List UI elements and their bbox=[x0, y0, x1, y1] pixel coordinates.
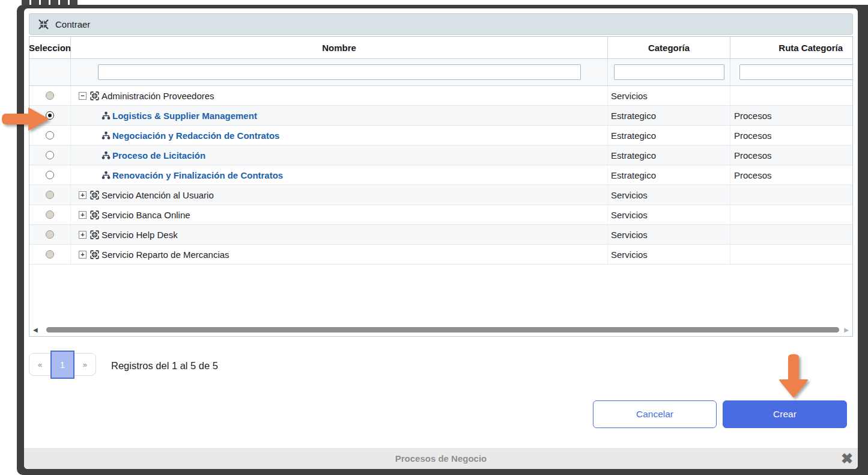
table-row[interactable]: + bbox=[29, 205, 852, 225]
row-categoria: Servicios bbox=[608, 86, 730, 105]
process-icon bbox=[90, 250, 100, 260]
row-name: Logistics & Supplier Management bbox=[112, 111, 257, 121]
tree-toggle-icon[interactable]: − bbox=[79, 92, 86, 100]
column-header-nombre: Nombre bbox=[71, 37, 608, 58]
process-icon bbox=[90, 210, 100, 220]
collapse-all-bar[interactable]: Contraer bbox=[29, 13, 853, 35]
row-name: Servicio Banca Online bbox=[102, 210, 190, 220]
process-icon bbox=[90, 190, 100, 200]
scroll-left-icon[interactable]: ◀ bbox=[33, 326, 38, 333]
row-radio[interactable] bbox=[46, 210, 54, 219]
row-select-cell bbox=[29, 225, 71, 244]
categoria-filter-input[interactable] bbox=[614, 64, 724, 80]
table-row[interactable]: + bbox=[29, 245, 852, 265]
sitemap-icon bbox=[102, 111, 111, 120]
sitemap-icon bbox=[102, 171, 111, 180]
row-name-cell: − bbox=[71, 86, 608, 105]
sitemap-icon bbox=[102, 131, 111, 140]
table-row[interactable]: + bbox=[29, 225, 852, 245]
filter-cell-nombre bbox=[71, 59, 608, 85]
annotation-arrow-create-button bbox=[774, 354, 816, 402]
process-icon bbox=[90, 91, 100, 101]
table-row[interactable]: − bbox=[29, 86, 852, 106]
table-row[interactable]: + bbox=[29, 185, 852, 205]
filter-cell-seleccion bbox=[29, 59, 71, 85]
collapse-all-label: Contraer bbox=[55, 19, 90, 29]
create-button[interactable]: Crear bbox=[723, 400, 847, 428]
table-row[interactable]: Logistics & Supplier Management Estrateg… bbox=[29, 106, 852, 126]
current-page-button[interactable]: 1 bbox=[50, 351, 74, 379]
row-name: Negociación y Redacción de Contratos bbox=[112, 130, 279, 141]
close-icon[interactable]: ✖ bbox=[841, 448, 853, 469]
column-header-ruta-categoria: Ruta Categoría bbox=[730, 37, 852, 58]
row-select-cell bbox=[29, 146, 71, 165]
row-select-cell bbox=[29, 245, 71, 264]
table-row[interactable]: Negociación y Redacción de Contratos Est… bbox=[29, 126, 852, 146]
sitemap-icon bbox=[102, 151, 111, 160]
row-select-cell bbox=[29, 165, 71, 185]
tree-toggle-icon[interactable]: + bbox=[79, 251, 86, 259]
row-ruta-categoria bbox=[730, 86, 852, 105]
row-categoria: Servicios bbox=[608, 245, 730, 264]
row-radio[interactable] bbox=[46, 230, 54, 239]
row-name-cell: Negociación y Redacción de Contratos bbox=[71, 126, 608, 145]
row-categoria: Servicios bbox=[608, 185, 730, 204]
row-select-cell bbox=[29, 205, 71, 224]
column-header-categoria: Categoría bbox=[608, 37, 730, 58]
tree-toggle-icon[interactable]: + bbox=[79, 191, 86, 199]
column-header-seleccion: Seleccion bbox=[29, 37, 71, 58]
table-header-row: Seleccion Nombre Categoría Ruta Categorí… bbox=[29, 37, 852, 59]
modal-frame: Contraer Seleccion Nombre Categoría Ruta… bbox=[17, 5, 868, 475]
row-categoria: Estrategico bbox=[608, 165, 730, 185]
annotation-arrow-selected-radio bbox=[0, 101, 54, 137]
row-name-cell: Proceso de Licitación bbox=[71, 146, 608, 165]
row-ruta-categoria bbox=[730, 245, 852, 264]
row-categoria: Servicios bbox=[608, 205, 730, 224]
screenshot-canvas: Contraer Seleccion Nombre Categoría Ruta… bbox=[0, 0, 868, 475]
scrollbar-thumb[interactable] bbox=[46, 327, 839, 332]
table-row[interactable]: Renovación y Finalización de Contratos E… bbox=[29, 165, 852, 185]
row-name: Servicio Help Desk bbox=[102, 230, 178, 240]
row-name: Servicio Atención al Usuario bbox=[102, 190, 214, 200]
row-ruta-categoria: Procesos bbox=[730, 165, 852, 185]
filter-cell-categoria bbox=[608, 59, 730, 85]
row-ruta-categoria: Procesos bbox=[730, 106, 852, 125]
row-radio[interactable] bbox=[46, 171, 54, 179]
table-row[interactable]: Proceso de Licitación Estrategico Proces… bbox=[29, 146, 852, 165]
dialog-footer: Procesos de Negocio ✖ bbox=[24, 448, 858, 469]
row-ruta-categoria bbox=[730, 225, 852, 244]
row-categoria: Estrategico bbox=[608, 126, 730, 145]
row-name-cell: Renovación y Finalización de Contratos bbox=[71, 165, 608, 185]
row-radio[interactable] bbox=[46, 91, 54, 100]
tree-toggle-icon[interactable]: + bbox=[79, 231, 86, 239]
row-name: Administración Proveedores bbox=[102, 91, 214, 101]
row-categoria: Estrategico bbox=[608, 146, 730, 165]
row-name: Servicio Reparto de Mercancias bbox=[102, 250, 229, 260]
dialog-title: Procesos de Negocio bbox=[395, 453, 487, 464]
nombre-filter-input[interactable] bbox=[98, 64, 581, 80]
row-ruta-categoria: Procesos bbox=[730, 126, 852, 145]
process-tree-table: Seleccion Nombre Categoría Ruta Categorí… bbox=[29, 36, 853, 337]
row-name-cell: + bbox=[71, 225, 608, 244]
row-categoria: Servicios bbox=[608, 225, 730, 244]
row-name-cell: Logistics & Supplier Management bbox=[71, 106, 608, 125]
scroll-right-icon[interactable]: ▶ bbox=[844, 326, 849, 333]
row-radio[interactable] bbox=[46, 151, 54, 159]
horizontal-scrollbar[interactable]: ◀ ▶ bbox=[31, 326, 851, 333]
row-ruta-categoria bbox=[730, 185, 852, 204]
cancel-button[interactable]: Cancelar bbox=[593, 400, 717, 428]
row-radio[interactable] bbox=[46, 250, 54, 259]
ruta-categoria-filter-input[interactable] bbox=[739, 64, 853, 80]
row-name: Proceso de Licitación bbox=[112, 150, 205, 161]
row-select-cell bbox=[29, 185, 71, 204]
prev-page-button[interactable]: « bbox=[29, 360, 50, 369]
row-name: Renovación y Finalización de Contratos bbox=[112, 170, 283, 180]
row-categoria: Estrategico bbox=[608, 106, 730, 125]
next-page-button[interactable]: » bbox=[74, 360, 96, 369]
records-summary: Registros del 1 al 5 de 5 bbox=[111, 358, 218, 373]
filter-cell-ruta-categoria bbox=[730, 59, 852, 85]
row-name-cell: + bbox=[71, 245, 608, 264]
tree-toggle-icon[interactable]: + bbox=[79, 211, 86, 219]
row-radio[interactable] bbox=[46, 191, 54, 199]
row-ruta-categoria bbox=[730, 205, 852, 224]
